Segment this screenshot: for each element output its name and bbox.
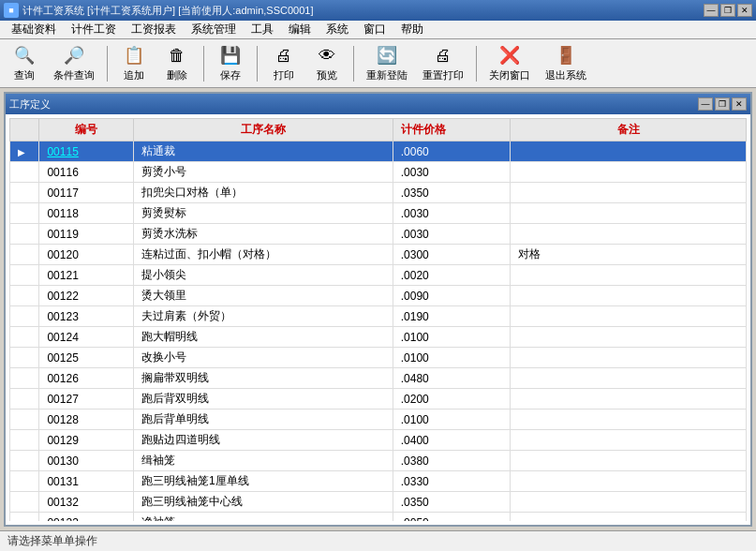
row-price: .0100 — [393, 327, 511, 348]
delete-label: 删除 — [167, 68, 187, 82]
row-name: 改换小号 — [134, 348, 393, 368]
inner-window: 工序定义 — ❒ ✕ 编号 工序名称 计件价格 备注 — [4, 92, 752, 527]
save-button[interactable]: 💾 保存 — [212, 42, 249, 85]
menu-item-xitongguanli[interactable]: 系统管理 — [184, 20, 244, 39]
menu-item-edit[interactable]: 编辑 — [281, 20, 319, 39]
close-win-button[interactable]: ❌ 关闭窗口 — [484, 42, 535, 85]
window-title: 计件工资系统 [计件工资系统用户] [当前使用人:admin,SSC0001] — [22, 4, 314, 18]
table-row[interactable]: 00126搁扁带双明线.0480 — [10, 368, 747, 389]
menu-item-jijian[interactable]: 计件工资 — [64, 20, 124, 39]
preview-button[interactable]: 👁 预览 — [308, 42, 346, 85]
row-icon — [10, 203, 39, 224]
table-row[interactable]: 00129跑贴边四道明线.0400 — [10, 430, 747, 451]
close-button[interactable]: ✕ — [737, 4, 752, 17]
row-no: 00117 — [39, 183, 134, 203]
table-row[interactable]: 00117扣兜尖口对格（单）.0350 — [10, 183, 747, 203]
row-icon — [10, 471, 39, 492]
row-no: 00122 — [39, 286, 134, 306]
row-name: 跑三明线袖笼中心线 — [134, 492, 393, 513]
query-button[interactable]: 🔍 查询 — [6, 42, 43, 85]
main-area: 工序定义 — ❒ ✕ 编号 工序名称 计件价格 备注 — [0, 88, 756, 530]
row-price: .0030 — [393, 224, 511, 245]
table-row[interactable]: 00128跑后背单明线.0100 — [10, 410, 747, 430]
close-win-icon: ❌ — [498, 45, 521, 67]
table-row[interactable]: 00124跑大帽明线.0100 — [10, 327, 747, 348]
row-note — [511, 513, 747, 522]
table-row[interactable]: 00132跑三明线袖笼中心线.0350 — [10, 492, 747, 513]
row-icon — [10, 513, 39, 522]
row-icon — [10, 265, 39, 286]
print-button[interactable]: 🖨 打印 — [265, 42, 303, 85]
row-name: 缉袖笼 — [134, 451, 393, 471]
delete-button[interactable]: 🗑 删除 — [158, 42, 196, 85]
row-name: 连粘过面、扣小帽（对格） — [134, 245, 393, 265]
menu-item-gongzibiao[interactable]: 工资报表 — [124, 20, 184, 39]
menu-item-window[interactable]: 窗口 — [356, 20, 393, 39]
row-price: .0480 — [393, 368, 511, 389]
restore-button[interactable]: ❒ — [720, 4, 735, 17]
inner-restore-button[interactable]: ❒ — [715, 97, 730, 111]
relogin-button[interactable]: 🔄 重新登陆 — [362, 42, 412, 85]
table-row[interactable]: 00119剪烫水洗标.0030 — [10, 224, 747, 245]
table-row[interactable]: 00127跑后背双明线.0200 — [10, 389, 747, 410]
row-no: 00118 — [39, 203, 134, 224]
table-row[interactable]: 00116剪烫小号.0030 — [10, 162, 747, 183]
sep5 — [476, 46, 477, 82]
row-name: 剪烫水洗标 — [134, 224, 393, 245]
cond-query-icon: 🔎 — [63, 45, 85, 67]
row-price: .0090 — [393, 286, 511, 306]
menu-item-tools[interactable]: 工具 — [244, 20, 281, 39]
row-note — [511, 451, 747, 471]
table-row[interactable]: 00122烫大领里.0090 — [10, 286, 747, 306]
exit-button[interactable]: 🚪 退出系统 — [541, 42, 591, 85]
row-icon — [10, 389, 39, 410]
row-name: 跑三明线袖笼1厘单线 — [134, 471, 393, 492]
status-bar: 请选择菜单单操作 — [0, 530, 756, 551]
row-no: 00129 — [39, 430, 134, 451]
row-no: 00127 — [39, 389, 134, 410]
reset-print-button[interactable]: 🖨 重置打印 — [418, 42, 468, 85]
table-row[interactable]: 00125改换小号.0100 — [10, 348, 747, 368]
add-label: 追加 — [124, 68, 144, 82]
row-name: 净袖笼 — [134, 513, 393, 522]
inner-close-button[interactable]: ✕ — [732, 97, 747, 111]
menu-item-help[interactable]: 帮助 — [393, 20, 431, 39]
reset-print-label: 重置打印 — [422, 68, 464, 82]
row-no: 00131 — [39, 471, 134, 492]
row-price: .0020 — [393, 265, 511, 286]
add-button[interactable]: 📋 追加 — [115, 42, 153, 85]
menu-item-jichuziliao[interactable]: 基础资料 — [4, 20, 64, 39]
table-row[interactable]: 00130缉袖笼.0380 — [10, 451, 747, 471]
row-name: 烫大领里 — [134, 286, 393, 306]
col-header-price: 计件价格 — [393, 119, 511, 141]
row-name: 跑后背单明线 — [134, 410, 393, 430]
row-note — [511, 162, 747, 183]
row-icon — [10, 368, 39, 389]
row-no: 00121 — [39, 265, 134, 286]
row-note — [511, 203, 747, 224]
menu-item-system[interactable]: 系统 — [319, 20, 356, 39]
table-row[interactable]: 00120连粘过面、扣小帽（对格）.0300对格 — [10, 245, 747, 265]
table-header-row: 编号 工序名称 计件价格 备注 — [10, 119, 747, 141]
sep2 — [203, 46, 204, 82]
table-row[interactable]: ▶00115粘通裁.0060 — [10, 141, 747, 162]
row-note — [511, 183, 747, 203]
row-name: 提小领尖 — [134, 265, 393, 286]
row-name: 跑后背双明线 — [134, 389, 393, 410]
data-table: 编号 工序名称 计件价格 备注 ▶00115粘通裁.006000116剪烫小号.… — [9, 118, 747, 521]
table-row[interactable]: 00123夫过肩素（外贸）.0190 — [10, 306, 747, 327]
sep4 — [353, 46, 354, 82]
table-wrapper[interactable]: 编号 工序名称 计件价格 备注 ▶00115粘通裁.006000116剪烫小号.… — [9, 118, 747, 521]
inner-minimize-button[interactable]: — — [698, 97, 713, 111]
row-icon — [10, 286, 39, 306]
table-row[interactable]: 00133净袖笼.0050 — [10, 513, 747, 522]
table-row[interactable]: 00121提小领尖.0020 — [10, 265, 747, 286]
table-row[interactable]: 00131跑三明线袖笼1厘单线.0330 — [10, 471, 747, 492]
table-row[interactable]: 00118剪烫熨标.0030 — [10, 203, 747, 224]
exit-label: 退出系统 — [545, 68, 586, 82]
row-no: 00120 — [39, 245, 134, 265]
row-icon — [10, 410, 39, 430]
cond-query-button[interactable]: 🔎 条件查询 — [49, 42, 99, 85]
minimize-button[interactable]: — — [704, 4, 719, 17]
row-price: .0190 — [393, 306, 511, 327]
